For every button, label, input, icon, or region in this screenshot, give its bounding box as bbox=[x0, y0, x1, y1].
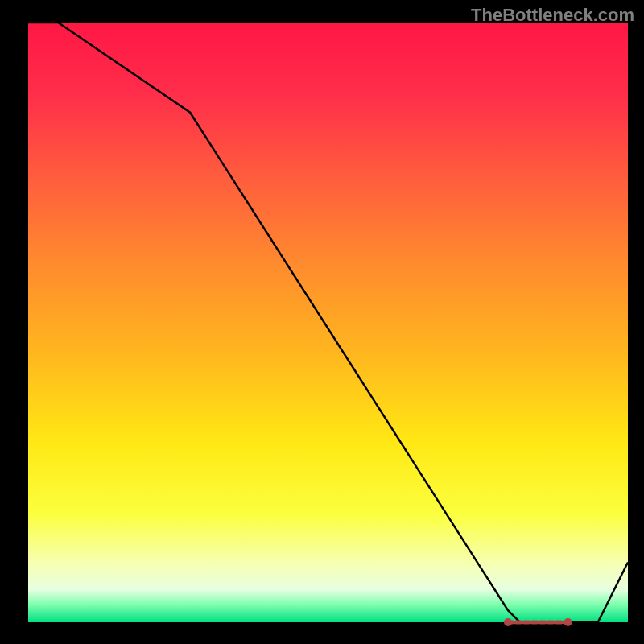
chart-container: TheBottleneck.com bbox=[0, 0, 644, 644]
watermark-text: TheBottleneck.com bbox=[471, 5, 634, 26]
chart-svg bbox=[0, 0, 644, 644]
plot-background bbox=[28, 23, 628, 622]
